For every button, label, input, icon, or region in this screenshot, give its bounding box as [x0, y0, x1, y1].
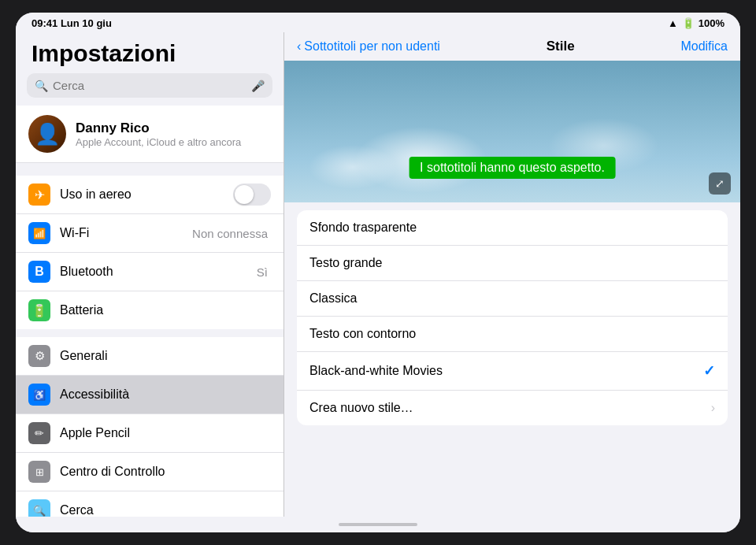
style-item-crea-stile[interactable]: Crea nuovo stile… › — [297, 391, 728, 425]
style-section: Sfondo trasparente Testo grande Classica… — [297, 210, 728, 425]
wifi-label: Wi-Fi — [60, 226, 192, 240]
batteria-icon: 🔋 — [28, 299, 50, 321]
style-label-bw: Black-and-white Movies — [309, 364, 703, 378]
accessibilita-label: Accessibilità — [60, 387, 271, 402]
status-bar-right: ▲ 🔋 100% — [668, 17, 724, 29]
avatar: 👤 — [28, 115, 66, 153]
preview-background — [284, 61, 740, 202]
sidebar-item-controllo[interactable]: ⊞ Centro di Controllo — [16, 453, 284, 491]
ipad-frame: 09:41 Lun 10 giu ▲ 🔋 100% Impostazioni 🔍… — [16, 13, 740, 532]
user-profile-item[interactable]: 👤 Danny Rico Apple Account, iCloud e alt… — [16, 106, 284, 163]
bluetooth-value: Sì — [257, 265, 268, 279]
sidebar: Impostazioni 🔍 🎤 👤 Danny Rico Apple Acco… — [16, 32, 284, 517]
aereo-icon: ✈ — [28, 184, 50, 206]
section-gap-1 — [16, 169, 284, 176]
style-item-classica[interactable]: Classica — [297, 281, 728, 317]
search-bar[interactable]: 🔍 🎤 — [27, 73, 272, 98]
chevron-right-icon: › — [711, 401, 715, 415]
expand-icon: ⤢ — [715, 177, 724, 190]
sidebar-item-generali[interactable]: ⚙ Generali — [16, 337, 284, 376]
sidebar-item-batteria[interactable]: 🔋 Batteria — [16, 291, 284, 329]
controllo-icon: ⊞ — [28, 461, 50, 483]
wifi-icon: ▲ — [668, 17, 678, 29]
modifica-button[interactable]: Modifica — [680, 39, 728, 54]
search-input[interactable] — [53, 79, 246, 92]
style-item-sfondo-trasparente[interactable]: Sfondo trasparente — [297, 210, 728, 246]
style-item-testo-contorno[interactable]: Testo con contorno — [297, 317, 728, 352]
style-item-testo-grande[interactable]: Testo grande — [297, 246, 728, 281]
cerca-label: Cerca — [60, 503, 271, 517]
style-item-bw-movies[interactable]: Black-and-white Movies ✓ — [297, 352, 728, 391]
back-label: Sottotitoli per non udenti — [304, 39, 440, 54]
user-info: Danny Rico Apple Account, iCloud e altro… — [76, 120, 241, 148]
battery-icon: 🔋 — [682, 17, 695, 29]
user-subtitle: Apple Account, iCloud e altro ancora — [76, 136, 241, 148]
sidebar-item-aereo[interactable]: ✈ Uso in aereo — [16, 176, 284, 214]
home-bar — [339, 523, 417, 526]
settings-group-1: ✈ Uso in aereo 📶 Wi-Fi Non connessa B Bl… — [16, 176, 284, 329]
generali-icon: ⚙ — [28, 345, 50, 367]
sidebar-item-accessibilita[interactable]: ♿ Accessibilità — [16, 376, 284, 414]
bluetooth-icon: B — [28, 261, 50, 283]
wifi-value: Non connessa — [192, 227, 268, 240]
toggle-knob — [235, 185, 254, 204]
style-label-contorno: Testo con contorno — [309, 327, 715, 341]
style-list: Sfondo trasparente Testo grande Classica… — [284, 202, 740, 517]
nav-title: Stile — [547, 39, 575, 54]
style-label-testo-grande: Testo grande — [309, 256, 715, 270]
cerca-icon: 🔍 — [28, 499, 50, 517]
expand-button[interactable]: ⤢ — [709, 172, 731, 195]
controllo-label: Centro di Controllo — [60, 465, 271, 479]
aereo-toggle[interactable] — [233, 184, 271, 206]
nav-back-button[interactable]: ‹ Sottotitoli per non udenti — [297, 39, 440, 54]
status-time: 09:41 Lun 10 giu — [32, 17, 112, 29]
bluetooth-label: Bluetooth — [60, 265, 257, 279]
sidebar-item-wifi[interactable]: 📶 Wi-Fi Non connessa — [16, 214, 284, 253]
preview-area: I sottotitoli hanno questo aspetto. ⤢ — [284, 61, 740, 202]
sidebar-item-bluetooth[interactable]: B Bluetooth Sì — [16, 253, 284, 291]
search-icon: 🔍 — [35, 80, 48, 92]
main-content: Impostazioni 🔍 🎤 👤 Danny Rico Apple Acco… — [16, 32, 740, 517]
settings-group-2: ⚙ Generali ♿ Accessibilità ✏ Apple Penci… — [16, 337, 284, 517]
chevron-left-icon: ‹ — [297, 39, 301, 54]
subtitle-preview-text: I sottotitoli hanno questo aspetto. — [409, 157, 616, 179]
mic-icon[interactable]: 🎤 — [251, 80, 265, 92]
generali-label: Generali — [60, 349, 271, 363]
settings-title: Impostazioni — [16, 32, 284, 73]
accessibilita-icon: ♿ — [28, 384, 50, 406]
style-label-classica: Classica — [309, 291, 715, 306]
checkmark-icon: ✓ — [703, 362, 715, 380]
battery-percent: 100% — [699, 17, 724, 29]
style-label-sfondo: Sfondo trasparente — [309, 221, 715, 235]
style-label-crea: Crea nuovo stile… — [309, 401, 711, 415]
home-indicator — [16, 517, 740, 532]
status-bar: 09:41 Lun 10 giu ▲ 🔋 100% — [16, 13, 740, 32]
pencil-label: Apple Pencil — [60, 426, 271, 440]
pencil-icon: ✏ — [28, 422, 50, 444]
sidebar-item-cerca[interactable]: 🔍 Cerca — [16, 491, 284, 517]
section-gap-2 — [16, 331, 284, 337]
batteria-label: Batteria — [60, 303, 271, 317]
aereo-label: Uso in aereo — [60, 187, 233, 202]
sidebar-item-pencil[interactable]: ✏ Apple Pencil — [16, 414, 284, 453]
wifi-settings-icon: 📶 — [28, 222, 50, 244]
sidebar-scroll: 👤 Danny Rico Apple Account, iCloud e alt… — [16, 106, 284, 517]
avatar-image: 👤 — [35, 122, 60, 146]
right-nav: ‹ Sottotitoli per non udenti Stile Modif… — [284, 32, 740, 61]
right-panel: ‹ Sottotitoli per non udenti Stile Modif… — [284, 32, 740, 517]
user-name: Danny Rico — [76, 120, 241, 136]
